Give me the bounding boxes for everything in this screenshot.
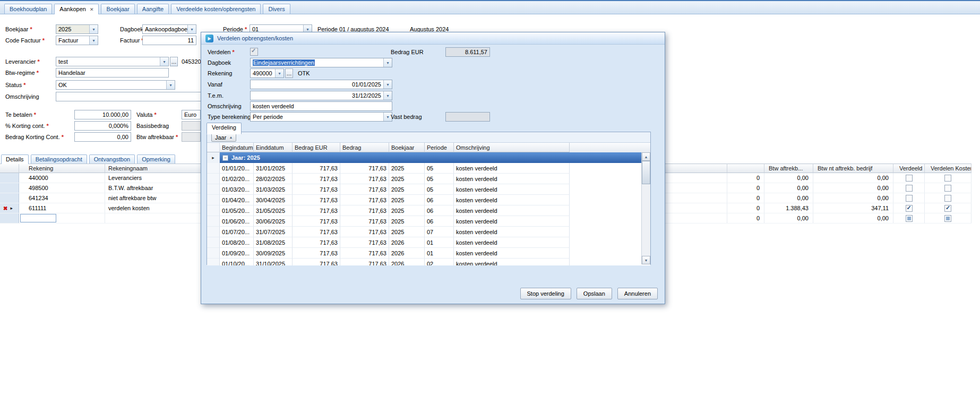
cell-rekening[interactable]: 498500: [19, 183, 105, 193]
cell-bedrag-eur[interactable]: 717,63: [293, 174, 340, 184]
verdeling-row[interactable]: 01/09/20... 30/09/2025 717,63 717,63 202…: [207, 248, 650, 259]
cell-omschrijving[interactable]: kosten verdeeld: [454, 184, 570, 195]
cell-einddatum[interactable]: 31/07/2025: [254, 227, 293, 237]
cell-bedrag[interactable]: 717,63: [340, 259, 389, 265]
cell-btw-aftrekb[interactable]: 0,00: [764, 193, 813, 203]
cell-bedrag-eur[interactable]: 717,63: [293, 227, 340, 237]
cell-boekjaar[interactable]: 2025: [389, 174, 425, 184]
cell-bedrag[interactable]: 717,63: [340, 227, 389, 237]
verdeling-row[interactable]: 01/02/20... 28/02/2025 717,63 717,63 202…: [207, 174, 650, 184]
cell-begindatum[interactable]: 01/09/20...: [220, 248, 254, 259]
cell-omschrijving[interactable]: kosten verdeeld: [454, 248, 570, 259]
vanaf-datepicker[interactable]: 01/01/2025▾: [250, 80, 392, 89]
dialog-rekening-select[interactable]: 490000▾: [250, 68, 284, 78]
header-bedrag-eur[interactable]: Bedrag EUR: [293, 143, 340, 152]
rekening-editor[interactable]: [20, 214, 56, 222]
verdeeld-checkbox[interactable]: [906, 175, 913, 182]
cell-btw-nt-aftrekb[interactable]: 347,11: [813, 203, 893, 213]
verdeeld-checkbox[interactable]: [906, 205, 913, 212]
header-rekening[interactable]: Rekening: [19, 164, 105, 173]
tab-boekjaar[interactable]: Boekjaar: [101, 4, 134, 14]
cell-begindatum[interactable]: 01/08/20...: [220, 237, 254, 248]
tab-details[interactable]: Details: [1, 154, 29, 164]
cell-periode[interactable]: 06: [425, 195, 454, 205]
cell-periode[interactable]: 07: [425, 227, 454, 237]
cell-begindatum[interactable]: 01/05/20...: [220, 205, 254, 216]
dialog-omschrijving-input[interactable]: kosten verdeeld: [250, 101, 392, 111]
verdeeld-checkbox[interactable]: [906, 185, 913, 192]
chevron-down-icon[interactable]: ▾: [383, 91, 392, 100]
cell-einddatum[interactable]: 31/05/2025: [254, 205, 293, 216]
cell-einddatum[interactable]: 31/03/2025: [254, 184, 293, 195]
cell-btw-aftrekb[interactable]: 0,00: [764, 173, 813, 183]
scrollbar-thumb[interactable]: [642, 161, 650, 184]
tab-aankopen[interactable]: Aankopen✕: [54, 4, 99, 14]
verdeling-row[interactable]: 01/07/20... 31/07/2025 717,63 717,63 202…: [207, 227, 650, 237]
cell-begindatum[interactable]: 01/10/20...: [220, 259, 254, 265]
cell-periode[interactable]: 05: [425, 163, 454, 174]
cell-bedrag[interactable]: 717,63: [340, 216, 389, 227]
type-berekening-select[interactable]: Per periode▾: [250, 112, 392, 122]
cell-boekjaar[interactable]: 2026: [389, 237, 425, 248]
verdelen-kosten-checkbox[interactable]: [944, 175, 951, 182]
tab-ontvangstbon[interactable]: Ontvangstbon: [89, 154, 135, 164]
header-verdelen-kosten[interactable]: Verdelen Kosten: [925, 164, 972, 173]
cell-bedrag[interactable]: 717,63: [340, 237, 389, 248]
header-boekjaar[interactable]: Boekjaar: [389, 143, 425, 152]
cell-omschrijving[interactable]: kosten verdeeld: [454, 205, 570, 216]
cell-periode[interactable]: 01: [425, 248, 454, 259]
cell-rekening[interactable]: 611111: [19, 203, 105, 213]
cell-bedrag[interactable]: 717,63: [340, 174, 389, 184]
cell-einddatum[interactable]: 30/09/2025: [254, 248, 293, 259]
cell-einddatum[interactable]: 31/10/2025: [254, 259, 293, 265]
cell-boekjaar[interactable]: 2026: [389, 259, 425, 265]
cell-btw-nt-aftrekb[interactable]: 0,00: [813, 193, 893, 203]
header-bedrag[interactable]: Bedrag: [340, 143, 389, 152]
rekening-lookup-button[interactable]: …: [285, 68, 293, 78]
cell-bedrag-eur[interactable]: 717,63: [293, 163, 340, 174]
header-verdeeld[interactable]: Verdeeld: [893, 164, 925, 173]
group-row[interactable]: ▸ −Jaar: 2025: [207, 152, 650, 163]
row-selector[interactable]: ✖▸: [0, 203, 19, 213]
cell-rekening[interactable]: 641234: [19, 193, 105, 203]
verdeling-row[interactable]: 01/04/20... 30/04/2025 717,63 717,63 202…: [207, 195, 650, 205]
cell-periode[interactable]: 06: [425, 216, 454, 227]
cell-boekjaar[interactable]: 2025: [389, 195, 425, 205]
tab-verdeelde-kosten[interactable]: Verdeelde kosten/opbrengsten: [171, 4, 261, 14]
omschrijving-input[interactable]: [56, 92, 215, 101]
dialog-titlebar[interactable]: ▶ Verdelen opbrengsten/kosten: [201, 32, 665, 45]
chevron-down-icon[interactable]: ▾: [187, 25, 196, 33]
verdeling-row[interactable]: 01/06/20... 30/06/2025 717,63 717,63 202…: [207, 216, 650, 227]
dagboek-select[interactable]: Aankoopdagboek▾: [142, 24, 196, 34]
cell-btw-nt-aftrekb[interactable]: 0,00: [813, 173, 893, 183]
cell-begindatum[interactable]: 01/06/20...: [220, 216, 254, 227]
cell-boekjaar[interactable]: 2025: [389, 163, 425, 174]
verdeling-row[interactable]: 01/10/20... 31/10/2025 717,63 717,63 202…: [207, 259, 650, 265]
cell-bedrag-eur[interactable]: 717,63: [293, 184, 340, 195]
korting-input[interactable]: 0,000%: [74, 121, 131, 131]
cell-boekjaar[interactable]: 2026: [389, 248, 425, 259]
cell-btw-nt-aftrekb[interactable]: 0,00: [813, 183, 893, 193]
cell-btw-aftrekb[interactable]: 0,00: [764, 183, 813, 193]
cell-bedrag-eur[interactable]: 717,63: [293, 248, 340, 259]
cell-btw-aftrekb[interactable]: 1.388,43: [764, 203, 813, 213]
header-omschrijving[interactable]: Omschrijving: [454, 143, 570, 152]
tab-verdeling[interactable]: Verdeling: [207, 123, 242, 134]
close-tab-icon[interactable]: ✕: [90, 7, 94, 12]
verdeling-row[interactable]: 01/05/20... 31/05/2025 717,63 717,63 202…: [207, 205, 650, 216]
cell-periode[interactable]: 05: [425, 184, 454, 195]
status-select[interactable]: OK▾: [56, 80, 175, 90]
delete-row-icon[interactable]: ✖: [3, 205, 7, 211]
scroll-down-icon[interactable]: ▼: [642, 256, 650, 264]
leverancier-lookup-button[interactable]: …: [170, 57, 178, 66]
cell-omschrijving[interactable]: kosten verdeeld: [454, 195, 570, 205]
cell-einddatum[interactable]: 31/01/2025: [254, 163, 293, 174]
valuta-input[interactable]: Euro: [182, 110, 201, 119]
cell-begindatum[interactable]: 01/04/20...: [220, 195, 254, 205]
stop-verdeling-button[interactable]: Stop verdeling: [520, 288, 571, 299]
cell-bedrag-eur[interactable]: 717,63: [293, 205, 340, 216]
row-selector[interactable]: ✖▸: [0, 173, 19, 183]
verdeeld-checkbox[interactable]: [906, 215, 913, 222]
header-btw-aftrekb[interactable]: Btw aftrekb...: [764, 164, 813, 173]
cell-bedrag[interactable]: 717,63: [340, 163, 389, 174]
